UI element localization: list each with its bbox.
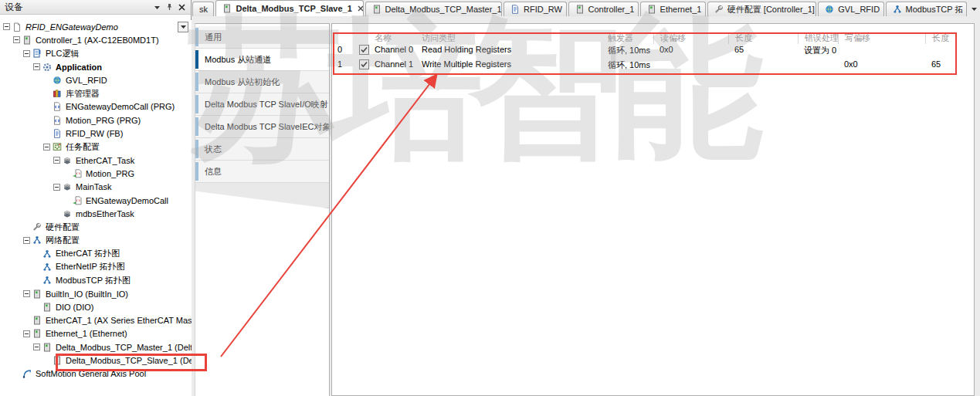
- taskconfig-icon: [53, 142, 63, 151]
- table-row[interactable]: 0Channel 0Read Holding Registers循环, 10ms…: [332, 43, 974, 58]
- column-header[interactable]: 访问类型: [415, 32, 456, 44]
- tree-item-plc[interactable]: PLC逻辑: [0, 47, 192, 60]
- tree-item-gvl-rfid[interactable]: GVL_RFID: [0, 73, 192, 86]
- tree-item-ethercat-1-ax-series-ethercat-master-soft[interactable]: EtherCAT_1 (AX Series EtherCAT Master So…: [0, 314, 192, 327]
- tab-gvl-rfid[interactable]: GVL_RFID: [818, 2, 883, 16]
- collapse-icon[interactable]: [3, 23, 10, 30]
- tree-item-maintask[interactable]: MainTask: [0, 181, 192, 194]
- tree-item-ethernet-1-ethernet[interactable]: Ethernet_1 (Ethernet): [0, 327, 192, 340]
- collapse-icon[interactable]: [53, 184, 60, 191]
- tree-item-delta-modbus-tcp-slave-1-delta-m[interactable]: Delta_Modbus_TCP_Slave_1 (Delta M: [0, 354, 192, 367]
- column-header[interactable]: 名称: [368, 32, 392, 44]
- tree-item-label: 硬件配置: [46, 222, 80, 233]
- globe-icon: [825, 5, 835, 14]
- tree-item-softmotion-general-axis-pool[interactable]: SoftMotion General Axis Pool: [0, 367, 192, 381]
- side-tab-[interactable]: 信息: [195, 161, 329, 183]
- tree-item-rfid-rw-fb[interactable]: RFID_RW (FB): [0, 127, 192, 140]
- column-header[interactable]: 长度: [925, 32, 949, 44]
- collapse-icon[interactable]: [23, 290, 30, 297]
- tree-item-label: ModbusTCP 拓扑图: [56, 275, 131, 286]
- tree-item-motion-prg[interactable]: Motion_PRG: [0, 167, 192, 180]
- tree-item-[interactable]: 网络配置: [0, 234, 192, 247]
- tree-item-label: Delta_Modbus_TCP_Slave_1 (Delta M: [66, 356, 192, 365]
- tab-modbustcp[interactable]: ModbusTCP 拓: [886, 2, 967, 16]
- side-tab-delta-modbus-tcp-slavei-o[interactable]: Delta Modbus TCP SlaveI/O映射: [195, 93, 329, 116]
- chevron-down-icon[interactable]: [151, 2, 163, 13]
- tree-item-label: RFID_ENGatewayDemo: [25, 22, 118, 32]
- side-tab-modbus[interactable]: Modbus 从站初始化: [195, 71, 329, 93]
- side-tab-accent: [195, 140, 198, 158]
- collapse-icon[interactable]: [43, 144, 50, 151]
- tab-delta-modbus-tcp-slave-1[interactable]: Delta_Modbus_TCP_Slave_1: [215, 0, 363, 16]
- expander-spacer: [43, 117, 50, 124]
- close-tab-icon[interactable]: [358, 5, 364, 12]
- tab-delta-modbus-tcp-master-1[interactable]: Delta_Modbus_TCP_Master_1: [365, 2, 502, 16]
- device-icon: [53, 356, 63, 365]
- column-header[interactable]: 触发器: [602, 32, 633, 44]
- tab-ethernet-1[interactable]: Ethernet_1: [640, 2, 706, 16]
- column-header[interactable]: 写偏移: [838, 32, 870, 44]
- side-tab-delta-modbus-tcp-slaveiec[interactable]: Delta Modbus TCP SlaveIEC对象: [195, 116, 329, 138]
- cell-: 循环, 10ms: [608, 59, 650, 71]
- expander-spacer: [33, 277, 40, 284]
- column-header[interactable]: 读偏移: [653, 32, 686, 44]
- collapse-icon[interactable]: [23, 237, 30, 244]
- close-icon[interactable]: [175, 2, 188, 13]
- tree-item-label: SoftMotion General Axis Pool: [36, 369, 146, 378]
- tree-item-controller-1-ax-c12eb0md1t[interactable]: Controller_1 (AX-C12EB0MD1T): [0, 33, 192, 46]
- tab-controller-1[interactable]: 硬件配置 [Controller_1]: [707, 2, 816, 16]
- tree-item-ethernetip[interactable]: EtherNetIP 拓扑图: [0, 260, 192, 273]
- collapse-icon[interactable]: [13, 36, 20, 43]
- devices-panel: 设备 RFID_ENGatewayDemoController_1 (AX-C1…: [0, 0, 192, 396]
- side-tab-[interactable]: 状态: [195, 138, 329, 161]
- tab-label: Ethernet_1: [660, 5, 702, 14]
- tab-controller-1[interactable]: Controller_1: [568, 2, 639, 16]
- tab-sk[interactable]: sk: [192, 2, 214, 16]
- row-index: 0: [337, 45, 353, 54]
- tree-item-engatewaydemocall-prg[interactable]: ENGatewayDemoCall (PRG): [0, 100, 192, 113]
- collapse-icon[interactable]: [33, 63, 40, 70]
- collapse-icon[interactable]: [33, 344, 40, 350]
- side-tab-modbus[interactable]: Modbus 从站通道: [195, 49, 329, 71]
- cell-: Channel 0: [375, 45, 413, 54]
- tree-item-[interactable]: 任务配置: [0, 140, 192, 154]
- tab-rfid-rw[interactable]: RFID_RW: [504, 2, 567, 16]
- tree-item-dio-dio[interactable]: DIO (DIO): [0, 300, 192, 313]
- tree-item-label: EtherCAT_Task: [76, 156, 134, 165]
- expander-spacer: [63, 170, 70, 177]
- column-header[interactable]: 错误处理: [798, 32, 839, 44]
- tree-item-label: Application: [56, 63, 102, 72]
- project-combo-dropdown-icon[interactable]: [178, 22, 188, 32]
- table-row[interactable]: 1Channel 1Write Multiple Registers循环, 10…: [332, 58, 974, 73]
- task-icon: [63, 156, 73, 165]
- side-tab-[interactable]: 通用: [195, 26, 329, 49]
- tab-label: Controller_1: [588, 5, 635, 14]
- collapse-icon[interactable]: [23, 50, 30, 57]
- tree-item-application[interactable]: Application: [0, 60, 192, 73]
- collapse-icon[interactable]: [53, 157, 60, 164]
- tree-item-ethercat-task[interactable]: EtherCAT_Task: [0, 154, 192, 167]
- channel-enabled-checkbox[interactable]: [359, 45, 369, 55]
- pin-icon[interactable]: [163, 2, 175, 13]
- collapse-icon[interactable]: [23, 330, 30, 337]
- topology-icon: [42, 276, 53, 285]
- hardware-icon: [32, 222, 42, 232]
- tree-item-label: Ethernet_1 (Ethernet): [46, 329, 127, 338]
- tree-item-label: RFID_RW (FB): [66, 129, 123, 138]
- tree-item-[interactable]: 库管理器: [0, 86, 192, 100]
- tree-item-delta-modbus-tcp-master-1-delta-mod[interactable]: Delta_Modbus_TCP_Master_1 (Delta Mod: [0, 340, 192, 354]
- channel-enabled-checkbox[interactable]: [359, 59, 369, 69]
- tree-item-label: BuiltIn_IO (BuiltIn_IO): [46, 289, 128, 299]
- tree-item-motion-prg-prg[interactable]: Motion_PRG (PRG): [0, 113, 192, 127]
- tree-item-mdbsethertask[interactable]: mdbsEtherTask: [0, 207, 192, 220]
- tab-overflow-chevron-down-icon[interactable]: [968, 2, 980, 16]
- tree-item-engatewaydemocall[interactable]: ENGatewayDemoCall: [0, 194, 192, 207]
- tree-item-modbustcp[interactable]: ModbusTCP 拓扑图: [0, 274, 192, 287]
- cell-: Read Holding Registers: [422, 45, 511, 54]
- tree-item-ethercat[interactable]: EtherCAT 拓扑图: [0, 247, 192, 260]
- tree-item-builtin-io-builtin-io[interactable]: BuiltIn_IO (BuiltIn_IO): [0, 287, 192, 300]
- tree-item-rfid-engatewaydemo[interactable]: RFID_ENGatewayDemo: [0, 20, 192, 33]
- column-header[interactable]: 长度: [728, 32, 752, 44]
- project-icon: [12, 22, 22, 32]
- tree-item-[interactable]: 硬件配置: [0, 220, 192, 233]
